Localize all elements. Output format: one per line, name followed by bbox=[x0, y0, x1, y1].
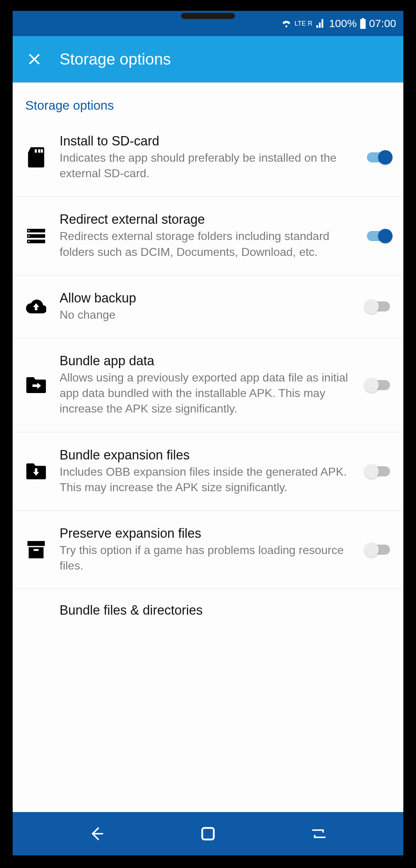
setting-subtitle: Redirects external storage folders inclu… bbox=[60, 228, 354, 259]
setting-install-sd[interactable]: Install to SD-card Indicates the app sho… bbox=[13, 118, 403, 197]
setting-title: Bundle app data bbox=[60, 353, 354, 368]
toggle-bundle-expansion[interactable] bbox=[364, 464, 393, 479]
svg-rect-9 bbox=[27, 541, 45, 546]
setting-allow-backup[interactable]: Allow backup No change bbox=[13, 275, 403, 338]
svg-rect-12 bbox=[202, 828, 214, 839]
recents-button[interactable] bbox=[308, 823, 330, 845]
svg-rect-2 bbox=[41, 149, 43, 153]
archive-icon bbox=[20, 541, 52, 558]
svg-rect-6 bbox=[28, 230, 29, 231]
setting-title: Bundle expansion files bbox=[60, 448, 354, 463]
svg-rect-0 bbox=[35, 149, 37, 153]
page-title: Storage options bbox=[60, 50, 171, 68]
folder-download-icon bbox=[20, 463, 52, 479]
toggle-allow-backup[interactable] bbox=[364, 299, 393, 314]
setting-bundle-expansion[interactable]: Bundle expansion files Includes OBB expa… bbox=[13, 432, 403, 511]
setting-title: Bundle files & directories bbox=[60, 603, 389, 618]
battery-icon bbox=[360, 18, 366, 29]
close-icon[interactable] bbox=[23, 48, 45, 70]
toggle-preserve-expansion[interactable] bbox=[364, 542, 393, 557]
setting-redirect-storage[interactable]: Redirect external storage Redirects exte… bbox=[13, 197, 403, 275]
svg-rect-7 bbox=[28, 235, 29, 236]
clock: 07:00 bbox=[369, 17, 396, 30]
signal-icon bbox=[315, 19, 326, 28]
setting-subtitle: Indicates the app should preferably be i… bbox=[60, 150, 354, 181]
toggle-install-sd[interactable] bbox=[364, 150, 393, 165]
cloud-upload-icon bbox=[20, 299, 52, 314]
back-button[interactable] bbox=[86, 823, 108, 845]
wifi-icon bbox=[281, 19, 292, 28]
storage-icon bbox=[20, 229, 52, 243]
app-bar: Storage options bbox=[13, 36, 403, 83]
setting-subtitle: Allows using a previously exported app d… bbox=[60, 370, 354, 417]
setting-bundle-files[interactable]: Bundle files & directories bbox=[13, 589, 403, 623]
home-button[interactable] bbox=[197, 823, 219, 845]
setting-bundle-app-data[interactable]: Bundle app data Allows using a previousl… bbox=[13, 338, 403, 432]
svg-rect-11 bbox=[34, 549, 39, 551]
device-speaker bbox=[181, 13, 235, 19]
setting-title: Install to SD-card bbox=[60, 134, 354, 149]
lte-label: LTE R bbox=[295, 20, 313, 27]
setting-subtitle: Try this option if a game has problems l… bbox=[60, 542, 354, 573]
setting-title: Allow backup bbox=[60, 291, 354, 306]
sd-card-icon bbox=[20, 147, 52, 167]
svg-rect-10 bbox=[29, 547, 43, 558]
nav-bar bbox=[13, 812, 403, 855]
setting-subtitle: Includes OBB expansion files inside the … bbox=[60, 464, 354, 495]
svg-rect-3 bbox=[27, 229, 45, 232]
toggle-redirect-storage[interactable] bbox=[364, 229, 393, 243]
svg-rect-1 bbox=[38, 149, 40, 153]
section-header: Storage options bbox=[13, 83, 403, 118]
toggle-bundle-app-data[interactable] bbox=[364, 378, 393, 392]
svg-rect-8 bbox=[28, 241, 29, 242]
setting-title: Redirect external storage bbox=[60, 212, 354, 227]
content-area[interactable]: Storage options Install to SD-card Indic… bbox=[13, 83, 403, 812]
battery-percent: 100% bbox=[329, 17, 357, 30]
folder-arrow-icon bbox=[20, 377, 52, 393]
setting-subtitle: No change bbox=[60, 307, 354, 323]
setting-preserve-expansion[interactable]: Preserve expansion files Try this option… bbox=[13, 511, 403, 589]
svg-rect-5 bbox=[27, 240, 45, 243]
setting-title: Preserve expansion files bbox=[60, 526, 354, 541]
svg-rect-4 bbox=[27, 234, 45, 238]
